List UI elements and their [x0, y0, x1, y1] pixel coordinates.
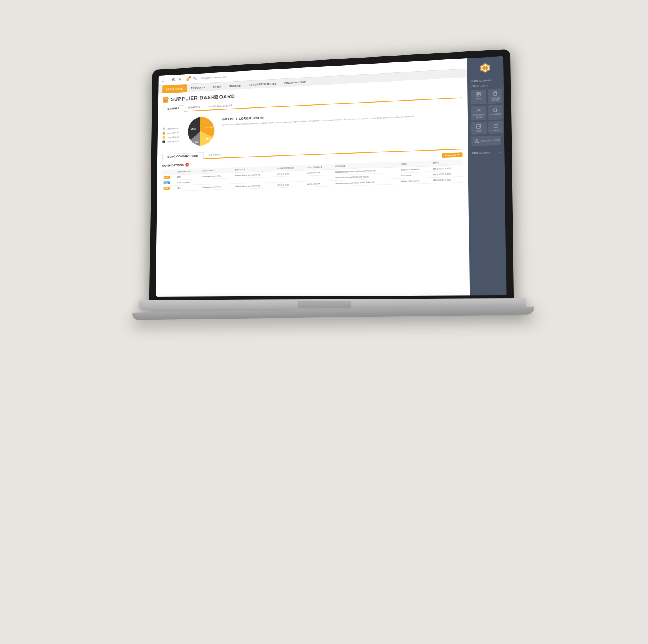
- row-transaction: RFQ: [175, 184, 201, 191]
- rfq-icon: +: [476, 91, 481, 97]
- row-badge: NEW: [162, 180, 176, 186]
- shipment-icon: +: [492, 107, 498, 112]
- row-user: Robert Blomstedt: [400, 178, 432, 184]
- svg-text:+: +: [480, 108, 481, 109]
- svg-point-30: [476, 142, 477, 143]
- row-supplier: Airbus Demo company Oy: [233, 182, 276, 189]
- legend-dot-3: [162, 136, 165, 139]
- svg-point-23: [496, 111, 497, 111]
- page-content: 🏭 Supplier Dashboard Graph 1 Graph 2: [156, 77, 470, 297]
- grid-icon[interactable]: ⊞: [179, 77, 183, 82]
- sidebar-logo: [467, 59, 503, 77]
- laptop-wrapper: ☰ ⏻ ⊞ 🔔 🔍 Supplier Dashboard: [114, 55, 534, 589]
- svg-text:+: +: [480, 124, 481, 126]
- legend-item-4: Lorem Ipsum: [162, 140, 179, 143]
- row-customer: Caima solutians Oy: [201, 184, 233, 190]
- filter-icon: ▼: [457, 154, 459, 156]
- sub-tab-graph1[interactable]: Graph 1: [163, 105, 184, 113]
- supplier-order-label: Supplier Order: [489, 97, 501, 102]
- company-icon: +: [493, 123, 499, 129]
- action-task[interactable]: + Task: [471, 122, 487, 135]
- sub-tab-graph2[interactable]: Graph 2: [184, 104, 205, 111]
- page-actions-label: Page Actions +: [468, 149, 504, 156]
- legend-item-2: Lorem Ipsum: [163, 131, 179, 135]
- touchpad: [298, 301, 351, 308]
- shipment-label: Shipment: [490, 113, 501, 115]
- row-date: 9/01-2020 9:400: [432, 176, 463, 183]
- legend-dot-2: [163, 132, 165, 135]
- action-company[interactable]: + Company: [488, 121, 503, 134]
- customer-order-icon: +: [476, 107, 481, 113]
- row-badge: NEW: [162, 175, 176, 180]
- svg-text:12.5%: 12.5%: [191, 141, 198, 144]
- supplier-icon: 🏭: [163, 97, 169, 103]
- company-label: Company: [490, 129, 501, 132]
- svg-text:25%: 25%: [206, 138, 211, 140]
- feed-tab-demo[interactable]: DEMO Company Feed: [162, 152, 204, 160]
- tab-orders[interactable]: Orders: [225, 81, 244, 90]
- pie-chart: 37.5% 25% 12.5% 25%: [184, 114, 217, 148]
- notifications-title: Notifications 3: [162, 163, 189, 167]
- chevron-icon: −: [498, 78, 499, 81]
- bell-icon[interactable]: 🔔: [186, 77, 190, 82]
- customer-order-label: Customer Order: [473, 114, 485, 119]
- svg-text:+: +: [496, 91, 497, 93]
- svg-text:+: +: [497, 123, 498, 125]
- supplier-order-icon: +: [492, 91, 498, 96]
- divider: [169, 77, 169, 83]
- page-breadcrumb: Supplier Dashboard: [201, 75, 226, 80]
- clock-icon[interactable]: ⏻: [172, 78, 176, 82]
- nonconformity-icon: [474, 138, 479, 144]
- app-main: ☰ ⏻ ⊞ 🔔 🔍 Supplier Dashboard: [156, 58, 470, 297]
- svg-text:25%: 25%: [191, 127, 196, 130]
- col-type: [162, 169, 176, 175]
- svg-text:37.5%: 37.5%: [206, 126, 213, 129]
- page-title: Supplier Dashboard: [171, 93, 235, 103]
- svg-text:+: +: [497, 107, 498, 109]
- action-shipment[interactable]: + Shipment: [488, 105, 503, 120]
- svg-rect-27: [494, 125, 497, 128]
- right-sidebar: Main Actions − Create New: [467, 56, 506, 296]
- legend-dot-4: [162, 140, 165, 143]
- laptop-screen: ☰ ⏻ ⊞ 🔔 🔍 Supplier Dashboard: [149, 49, 514, 300]
- action-supplier-order[interactable]: + Supplier Order: [488, 88, 503, 104]
- row-sup-trans-id: AirFeed023B: [306, 181, 334, 187]
- task-label: Task: [476, 130, 482, 133]
- action-customer-order[interactable]: + Customer Order: [471, 106, 486, 121]
- screen-bezel: ☰ ⏻ ⊞ 🔔 🔍 Supplier Dashboard: [156, 56, 506, 297]
- plus-icon: +: [499, 151, 500, 154]
- row-badge: NEW: [162, 186, 176, 191]
- menu-icon[interactable]: ☰: [162, 78, 166, 83]
- action-nonconformity[interactable]: Nonconformity: [471, 136, 501, 146]
- filter-list-button[interactable]: Filter List ▼: [442, 152, 462, 158]
- tab-rfqs[interactable]: RFQs: [210, 82, 225, 91]
- screen-content: ☰ ⏻ ⊞ 🔔 🔍 Supplier Dashboard: [156, 56, 506, 297]
- nonconformity-label: Nonconformity: [481, 139, 500, 142]
- task-icon: +: [476, 124, 482, 130]
- action-rfq[interactable]: + RFQ: [471, 89, 486, 104]
- sub-tab-task-calendar[interactable]: Task Calendar: [205, 103, 237, 110]
- legend-item-3: Lorem Ipsum: [162, 135, 179, 139]
- chart-legend: Lorem Ipsum Lorem Ipsum Lorem Ipsum: [162, 116, 179, 143]
- action-grid: + RFQ +: [467, 88, 504, 135]
- legend-item-1: Lorem Ipsum: [163, 127, 179, 130]
- rfq-label: RFQ: [476, 98, 481, 100]
- row-cust-trans-id: AFDRFQ2a: [276, 181, 305, 188]
- notification-count-badge: 3: [185, 163, 189, 167]
- search-icon[interactable]: 🔍: [193, 76, 197, 81]
- svg-text:+: +: [480, 92, 481, 93]
- legend-dot-1: [163, 127, 165, 130]
- feed-tab-my[interactable]: My Feed: [204, 152, 226, 158]
